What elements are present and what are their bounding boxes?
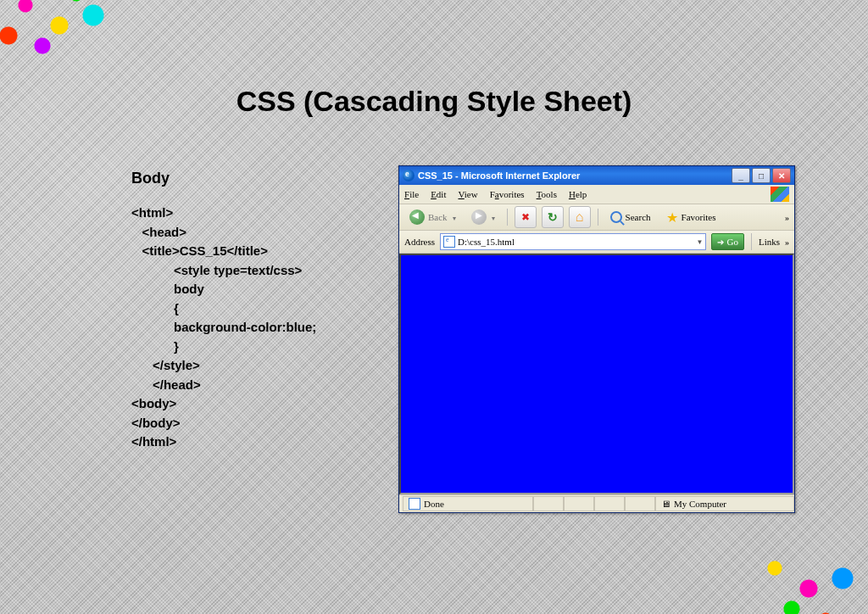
status-bar: Done My Computer <box>399 494 794 512</box>
search-label: Search <box>626 212 651 222</box>
address-value: D:\css_15.html <box>458 237 515 247</box>
page-icon <box>443 236 455 248</box>
address-bar: Address D:\css_15.html ▼ Go Links » <box>399 231 794 254</box>
status-cell <box>594 496 625 511</box>
favorites-icon <box>666 209 678 226</box>
minimize-button[interactable]: _ <box>732 168 750 183</box>
windows-logo-icon <box>771 187 789 202</box>
status-zone: My Computer <box>655 496 794 511</box>
code-block: <html> <head> <title>CSS_15</title> <sty… <box>131 204 316 452</box>
refresh-icon <box>548 210 558 225</box>
search-icon <box>610 211 622 223</box>
address-input[interactable]: D:\css_15.html ▼ <box>440 233 706 250</box>
status-zone-label: My Computer <box>674 499 726 509</box>
page-viewport <box>399 254 794 494</box>
menu-view[interactable]: View <box>458 189 477 199</box>
address-dropdown-icon[interactable]: ▼ <box>697 238 704 246</box>
links-label[interactable]: Links <box>759 237 780 247</box>
menu-edit[interactable]: Edit <box>431 189 446 199</box>
menu-favorites[interactable]: Favorites <box>490 189 525 199</box>
search-button[interactable]: Search <box>605 209 656 225</box>
address-label: Address <box>404 237 435 247</box>
maximize-button[interactable]: □ <box>752 168 771 183</box>
window-title: CSS_15 - Microsoft Internet Explorer <box>418 170 732 181</box>
status-cell <box>533 496 564 511</box>
toolbar: Back Search Favorites » <box>399 204 794 231</box>
stop-icon <box>520 212 531 222</box>
ie-browser-window: CSS_15 - Microsoft Internet Explorer _ □… <box>398 165 795 513</box>
forward-arrow-icon <box>471 209 487 225</box>
back-button[interactable]: Back <box>404 208 461 226</box>
separator <box>598 209 598 226</box>
favorites-button[interactable]: Favorites <box>661 208 721 227</box>
menu-bar: File Edit View Favorites Tools Help <box>399 185 794 204</box>
status-done: Done <box>403 496 533 511</box>
go-label: Go <box>726 237 737 247</box>
forward-button[interactable] <box>466 208 500 226</box>
menu-help[interactable]: Help <box>569 189 587 199</box>
refresh-button[interactable] <box>542 206 564 228</box>
slide-title: CSS (Cascading Style Sheet) <box>0 85 868 118</box>
go-button[interactable]: Go <box>711 233 743 250</box>
corner-decoration-bottom-right <box>724 538 868 614</box>
toolbar-overflow-icon[interactable]: » <box>785 213 789 222</box>
separator <box>751 233 752 250</box>
separator <box>507 209 508 226</box>
menu-file[interactable]: File <box>404 189 419 199</box>
home-icon <box>576 209 584 225</box>
status-text: Done <box>424 499 444 509</box>
corner-decoration-top-left <box>0 0 144 76</box>
favorites-label: Favorites <box>682 212 716 222</box>
slide-subtitle: Body <box>131 170 170 187</box>
back-label: Back <box>428 212 448 222</box>
close-button[interactable]: ✕ <box>772 168 791 183</box>
status-cell <box>564 496 594 511</box>
done-icon <box>409 498 420 510</box>
links-overflow-icon[interactable]: » <box>785 237 789 247</box>
back-arrow-icon <box>409 209 425 225</box>
stop-button[interactable] <box>515 206 537 228</box>
home-button[interactable] <box>569 206 591 228</box>
window-titlebar[interactable]: CSS_15 - Microsoft Internet Explorer _ □… <box>399 166 794 185</box>
ie-icon <box>403 170 415 181</box>
status-cell <box>625 496 655 511</box>
menu-tools[interactable]: Tools <box>537 189 557 199</box>
computer-icon <box>661 499 670 509</box>
